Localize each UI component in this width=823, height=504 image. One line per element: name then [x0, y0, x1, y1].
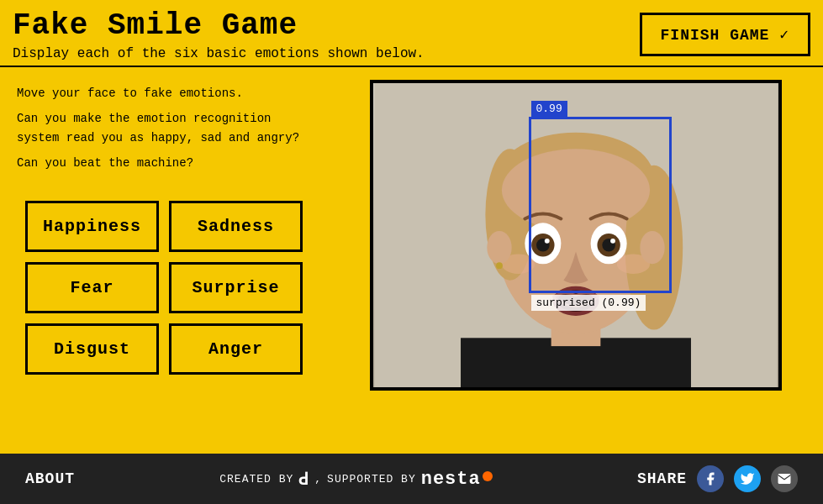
comma: , [314, 473, 322, 486]
confidence-badge: 0.99 [531, 101, 567, 117]
emotion-btn-sadness[interactable]: Sadness [169, 201, 303, 252]
camera-container: 0.99 surprised (0.99) [370, 80, 782, 391]
app-title: Fake Smile Game [13, 8, 425, 43]
main-content: Move your face to fake emotions. Can you… [0, 67, 823, 403]
emotion-btn-happiness[interactable]: Happiness [25, 201, 159, 252]
share-label: SHARE [637, 470, 687, 487]
emotion-btn-anger[interactable]: Anger [169, 323, 303, 375]
twitter-icon [740, 471, 755, 486]
facebook-share-button[interactable] [697, 465, 724, 492]
facebook-icon [703, 471, 718, 486]
svg-point-21 [487, 231, 511, 264]
instruction-line1: Move your face to fake emotions. [17, 84, 311, 102]
supported-by-label: SUPPORTED BY [327, 473, 416, 486]
emotion-label: surprised (0.99) [531, 295, 646, 311]
created-by-label: CREATED BY [219, 473, 293, 486]
emotion-grid: HappinessSadnessFearSurpriseDisgustAnger [17, 201, 311, 375]
camera-feed: 0.99 surprised (0.99) [373, 83, 778, 387]
nesta-text: nesta [421, 469, 481, 490]
footer-right: SHARE [637, 465, 798, 492]
instruction-line2: Can you make the emotion recognition sys… [17, 109, 311, 147]
svg-point-23 [496, 262, 503, 269]
header-left: Fake Smile Game Display each of the six … [13, 8, 425, 61]
finish-game-button[interactable]: FINISH GAME ✓ [640, 13, 810, 56]
footer-center: CREATED BY ꓒ , SUPPORTED BY nesta [219, 469, 492, 490]
email-share-button[interactable] [771, 465, 798, 492]
right-panel: 0.99 surprised (0.99) [328, 67, 823, 403]
about-link[interactable]: ABOUT [25, 470, 75, 487]
dd-logo: ꓒ [298, 469, 309, 490]
instruction-line3: Can you beat the machine? [17, 154, 311, 172]
nesta-logo: nesta [421, 469, 493, 490]
footer: ABOUT CREATED BY ꓒ , SUPPORTED BY nesta … [0, 454, 823, 504]
emotion-btn-disgust[interactable]: Disgust [25, 323, 159, 375]
subtitle: Display each of the six basic emotions s… [13, 46, 425, 61]
emotion-btn-surprise[interactable]: Surprise [169, 262, 303, 313]
face-detection-box: 0.99 surprised (0.99) [529, 117, 672, 293]
twitter-share-button[interactable] [734, 465, 761, 492]
app-header: Fake Smile Game Display each of the six … [0, 0, 823, 67]
nesta-dot [483, 471, 493, 481]
instructions: Move your face to fake emotions. Can you… [17, 84, 311, 180]
emotion-btn-fear[interactable]: Fear [25, 262, 159, 313]
left-panel: Move your face to fake emotions. Can you… [0, 67, 328, 403]
email-icon [777, 471, 792, 486]
